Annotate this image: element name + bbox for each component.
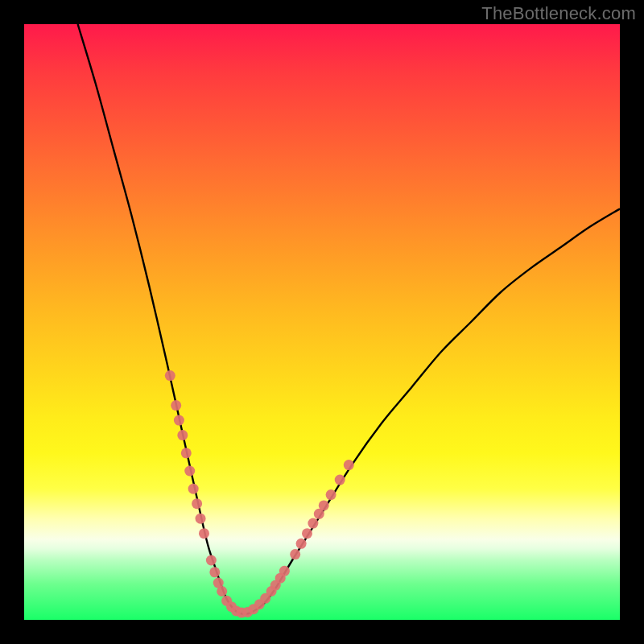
curve-markers: [165, 370, 354, 618]
curve-marker: [308, 518, 318, 529]
chart-frame: TheBottleneck.com: [0, 0, 644, 644]
curve-svg: [24, 24, 620, 620]
plot-area: [24, 24, 620, 620]
curve-marker: [217, 586, 227, 597]
curve-marker: [209, 567, 220, 577]
curve-marker: [188, 484, 199, 494]
curve-marker: [192, 498, 202, 509]
curve-marker: [279, 566, 290, 576]
curve-marker: [199, 528, 209, 539]
curve-marker: [177, 430, 188, 440]
curve-marker: [290, 549, 300, 559]
curve-marker: [335, 475, 345, 485]
curve-marker: [165, 370, 175, 381]
curve-marker: [326, 489, 336, 500]
curve-marker: [174, 415, 184, 426]
watermark-text: TheBottleneck.com: [481, 3, 636, 24]
curve-marker: [296, 539, 307, 549]
curve-marker: [196, 514, 206, 524]
curve-marker: [319, 500, 329, 510]
curve-marker: [206, 555, 217, 566]
curve-marker: [302, 528, 312, 539]
curve-marker: [184, 466, 195, 477]
curve-marker: [171, 400, 181, 411]
curve-marker: [181, 448, 192, 458]
curve-marker: [344, 460, 354, 470]
bottleneck-curve: [78, 24, 620, 614]
